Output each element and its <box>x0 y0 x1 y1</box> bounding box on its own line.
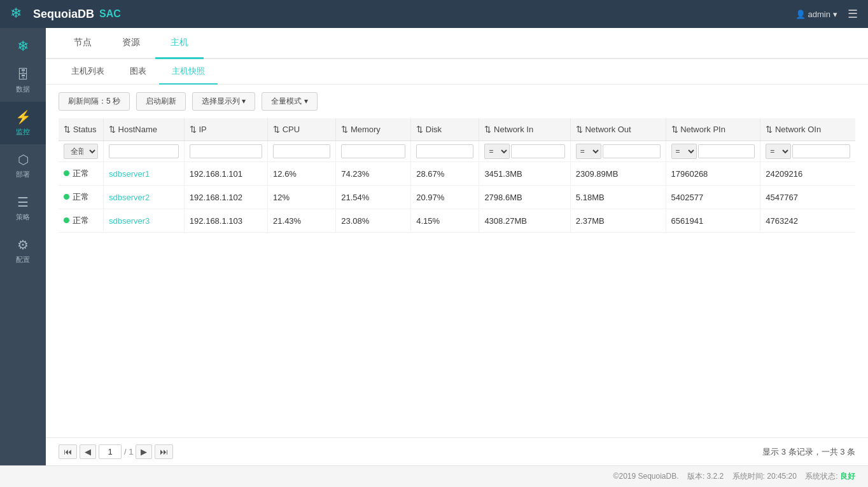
col-header-cpu[interactable]: ⇅ CPU <box>268 118 336 141</box>
filter-ip[interactable] <box>184 141 267 162</box>
footer-version: 版本: 3.2.2 <box>687 472 724 481</box>
filter-network-pin[interactable]: =><>=<= <box>666 141 760 162</box>
next-page-button[interactable]: ▶ <box>136 444 152 459</box>
hostname-filter-input[interactable] <box>109 144 179 158</box>
footer-status-label: 系统状态: <box>805 472 837 481</box>
memory-filter-input[interactable] <box>341 144 405 158</box>
col-header-ip[interactable]: ⇅ IP <box>184 118 267 141</box>
filter-status[interactable]: 全部 正常 异常 <box>59 141 103 162</box>
cell-network-pin: 6561941 <box>666 209 760 233</box>
hostname-link[interactable]: sdbserver3 <box>109 216 150 226</box>
footer-copyright: ©2019 SequoiaDB. <box>613 472 679 481</box>
table-container: ⇅ Status ⇅ HostName ⇅ IP ⇅ <box>46 118 868 437</box>
subtab-host-list[interactable]: 主机列表 <box>59 59 117 85</box>
col-header-network-in[interactable]: ⇅ Network In <box>479 118 570 141</box>
network-pin-eq-select[interactable]: =><>=<= <box>671 144 697 159</box>
cpu-filter-input[interactable] <box>273 144 330 158</box>
brand-tag: SAC <box>99 8 121 20</box>
pagination-bar: ⏮ ◀ 1 / 1 ▶ ⏭ 显示 3 条记录，一共 3 条 <box>46 437 868 465</box>
brand-name: SequoiaDB <box>33 8 94 21</box>
tab-hosts[interactable]: 主机 <box>155 28 204 59</box>
sidebar-item-monitor[interactable]: ⚡ 监控 <box>0 102 46 144</box>
host-snapshot-table: ⇅ Status ⇅ HostName ⇅ IP ⇅ <box>59 118 855 233</box>
strategy-icon: ☰ <box>17 195 29 210</box>
sidebar-item-config[interactable]: ⚙ 配置 <box>0 230 46 272</box>
sidebar-item-data[interactable]: 🗄 数据 <box>0 60 46 102</box>
filter-disk[interactable] <box>411 141 479 162</box>
filter-row: 全部 正常 异常 <box>59 141 855 162</box>
tab-nodes[interactable]: 节点 <box>59 28 107 59</box>
hostname-link[interactable]: sdbserver2 <box>109 193 150 202</box>
col-header-network-out[interactable]: ⇅ Network Out <box>570 118 666 141</box>
cell-memory: 23.08% <box>336 209 411 233</box>
table-row: 正常sdbserver1192.168.1.10112.6%74.23%28.6… <box>59 162 855 186</box>
network-in-filter-input[interactable] <box>511 144 564 158</box>
network-in-eq-select[interactable]: =><>=<= <box>484 144 510 159</box>
deploy-icon: ⬡ <box>18 152 29 167</box>
cell-disk: 28.67% <box>411 162 479 186</box>
last-page-button[interactable]: ⏭ <box>155 444 173 459</box>
pagination-nav: ⏮ ◀ 1 / 1 ▶ ⏭ <box>59 444 173 459</box>
hamburger-icon[interactable]: ☰ <box>848 7 858 21</box>
cell-hostname[interactable]: sdbserver3 <box>103 209 184 233</box>
sidebar-label-monitor: 监控 <box>16 127 30 137</box>
footer-status-value: 良好 <box>840 472 855 481</box>
user-dropdown-icon: ▾ <box>833 10 837 19</box>
sidebar-item-top: ❄ <box>0 33 46 60</box>
prev-page-button[interactable]: ◀ <box>80 444 96 459</box>
cell-hostname[interactable]: sdbserver1 <box>103 162 184 186</box>
logo-icon: ❄ <box>10 5 28 23</box>
col-header-hostname[interactable]: ⇅ HostName <box>103 118 184 141</box>
filter-cpu[interactable] <box>268 141 336 162</box>
filter-memory[interactable] <box>336 141 411 162</box>
status-dot <box>64 170 69 176</box>
sidebar-item-strategy[interactable]: ☰ 策略 <box>0 187 46 230</box>
cell-network-in: 4308.27MB <box>479 209 570 233</box>
sidebar-label-config: 配置 <box>16 255 30 264</box>
network-oin-filter-input[interactable] <box>792 144 850 158</box>
disk-filter-input[interactable] <box>416 144 473 158</box>
network-oin-eq-select[interactable]: =><>=<= <box>766 144 791 159</box>
refresh-interval-button[interactable]: 刷新间隔：5 秒 <box>59 92 130 111</box>
tab-resources[interactable]: 资源 <box>107 28 155 59</box>
first-page-button[interactable]: ⏮ <box>59 444 77 459</box>
filter-network-out[interactable]: =><>=<= <box>570 141 666 162</box>
data-icon: 🗄 <box>17 67 29 82</box>
start-refresh-button[interactable]: 启动刷新 <box>136 92 186 111</box>
col-header-network-oin[interactable]: ⇅ Network OIn <box>760 118 855 141</box>
status-dot <box>64 217 69 223</box>
network-pin-filter-input[interactable] <box>698 144 755 158</box>
cell-network-oin: 4763242 <box>760 209 855 233</box>
current-page[interactable]: 1 <box>99 444 122 459</box>
config-icon: ⚙ <box>17 237 29 252</box>
filter-network-in[interactable]: =><>=<= <box>479 141 570 162</box>
select-columns-button[interactable]: 选择显示列 ▾ <box>192 92 255 111</box>
full-mode-button[interactable]: 全量模式 ▾ <box>262 92 317 111</box>
pagination-info: 显示 3 条记录，一共 3 条 <box>762 446 855 458</box>
subtab-charts[interactable]: 图表 <box>117 59 159 85</box>
sidebar-top-icon: ❄ <box>17 38 29 55</box>
sidebar-label-deploy: 部署 <box>16 170 30 179</box>
table-row: 正常sdbserver3192.168.1.10321.43%23.08%4.1… <box>59 209 855 233</box>
col-header-status[interactable]: ⇅ Status <box>59 118 103 141</box>
filter-network-oin[interactable]: =><>=<= <box>760 141 855 162</box>
subtab-host-snapshot[interactable]: 主机快照 <box>159 59 218 85</box>
table-row: 正常sdbserver2192.168.1.10212%21.54%20.97%… <box>59 186 855 209</box>
footer-time: 系统时间: 20:45:20 <box>732 472 797 481</box>
status-filter-select[interactable]: 全部 正常 异常 <box>64 144 98 159</box>
user-menu[interactable]: 👤 admin ▾ <box>795 10 837 19</box>
filter-hostname[interactable] <box>103 141 184 162</box>
col-header-disk[interactable]: ⇅ Disk <box>411 118 479 141</box>
cell-hostname[interactable]: sdbserver2 <box>103 186 184 209</box>
ip-filter-input[interactable] <box>190 144 262 158</box>
cell-network-out: 2309.89MB <box>570 162 666 186</box>
col-header-network-pin[interactable]: ⇅ Network PIn <box>666 118 760 141</box>
hostname-link[interactable]: sdbserver1 <box>109 169 150 179</box>
top-tabs: 节点 资源 主机 <box>46 28 868 59</box>
cell-status: 正常 <box>59 209 103 233</box>
network-out-filter-input[interactable] <box>603 144 661 158</box>
sidebar-item-deploy[interactable]: ⬡ 部署 <box>0 144 46 187</box>
col-header-memory[interactable]: ⇅ Memory <box>336 118 411 141</box>
cell-network-pin: 5402577 <box>666 186 760 209</box>
network-out-eq-select[interactable]: =><>=<= <box>576 144 601 159</box>
